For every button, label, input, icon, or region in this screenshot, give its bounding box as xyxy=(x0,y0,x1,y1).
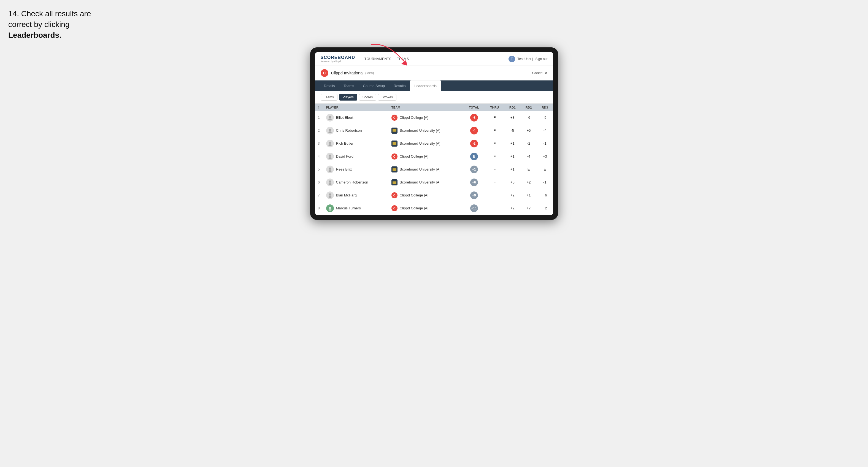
row-player: Rees Britt xyxy=(323,163,389,176)
team-logo-scoreboard xyxy=(392,179,398,185)
player-name: Marcus Turners xyxy=(336,206,361,210)
team-logo-clippd: C xyxy=(392,205,398,211)
player-name: Rees Britt xyxy=(336,167,352,172)
team-name: Scoreboard University [A] xyxy=(400,128,440,132)
svg-point-5 xyxy=(329,142,331,144)
logo-text: SCOREBOARD xyxy=(321,55,355,60)
svg-point-6 xyxy=(328,144,332,146)
row-position: 7 xyxy=(315,189,323,202)
team-name: Clippd College [A] xyxy=(400,116,428,120)
svg-point-8 xyxy=(328,157,332,159)
tab-results[interactable]: Results xyxy=(389,81,410,91)
row-total: -4 xyxy=(463,124,485,137)
table-row: 4David FordCClippd College [A]EF+1-4+3 xyxy=(315,150,553,163)
player-name: Chris Robertson xyxy=(336,128,362,132)
row-total: +9 xyxy=(463,189,485,202)
row-position: 4 xyxy=(315,150,323,163)
player-avatar xyxy=(326,140,334,147)
row-player: Marcus Turners xyxy=(323,202,389,215)
row-total: +11 xyxy=(463,202,485,215)
nav-links: TOURNAMENTS TEAMS xyxy=(365,56,409,62)
player-avatar xyxy=(326,114,334,122)
team-logo-clippd: C xyxy=(392,192,398,198)
player-name: Elliot Ebert xyxy=(336,116,353,120)
svg-point-10 xyxy=(328,170,332,172)
row-rd1: +3 xyxy=(504,111,521,124)
row-rd2: +5 xyxy=(521,124,537,137)
nav-teams[interactable]: TEAMS xyxy=(397,56,409,62)
filter-scores-button[interactable]: Scores xyxy=(359,94,376,100)
row-rd3: -1 xyxy=(537,176,553,189)
row-team: CClippd College [A] xyxy=(389,150,463,163)
row-team: Scoreboard University [A] xyxy=(389,124,463,137)
player-avatar xyxy=(326,165,334,173)
sign-out-link[interactable]: Sign out xyxy=(535,57,547,61)
row-rd3: +2 xyxy=(537,202,553,215)
row-player: Elliot Ebert xyxy=(323,111,389,124)
team-name: Clippd College [A] xyxy=(400,193,428,197)
row-thru: F xyxy=(485,124,504,137)
row-team: Scoreboard University [A] xyxy=(389,163,463,176)
nav-tournaments[interactable]: TOURNAMENTS xyxy=(365,56,392,62)
row-thru: F xyxy=(485,202,504,215)
logo-block: SCOREBOARD Powered by clippd xyxy=(321,55,355,63)
row-rd2: -4 xyxy=(521,150,537,163)
tablet-frame: SCOREBOARD Powered by clippd TOURNAMENTS… xyxy=(310,48,558,220)
player-avatar xyxy=(326,191,334,199)
row-rd3: -5 xyxy=(537,111,553,124)
tournament-title: Clippd Invitational xyxy=(331,70,364,75)
row-player: Blair McHarg xyxy=(323,189,389,202)
player-avatar xyxy=(326,205,334,212)
svg-point-4 xyxy=(328,131,332,133)
row-rd2: -6 xyxy=(521,111,537,124)
row-rd1: +2 xyxy=(504,189,521,202)
player-name: Blair McHarg xyxy=(336,193,357,197)
filter-players-button[interactable]: Players xyxy=(339,94,357,100)
row-team: CClippd College [A] xyxy=(389,111,463,124)
row-thru: F xyxy=(485,189,504,202)
table-row: 5Rees BrittScoreboard University [A]+1F+… xyxy=(315,163,553,176)
tab-course-setup[interactable]: Course Setup xyxy=(359,81,390,91)
row-position: 3 xyxy=(315,137,323,150)
row-thru: F xyxy=(485,163,504,176)
col-pos: # xyxy=(315,103,323,111)
player-name: Rich Butler xyxy=(336,141,354,146)
filter-teams-button[interactable]: Teams xyxy=(321,94,337,100)
row-rd2: E xyxy=(521,163,537,176)
team-logo-scoreboard xyxy=(392,141,398,147)
row-rd3: -1 xyxy=(537,137,553,150)
row-thru: F xyxy=(485,176,504,189)
team-name: Scoreboard University [A] xyxy=(400,167,440,172)
col-total: TOTAL xyxy=(463,103,485,111)
svg-point-16 xyxy=(328,209,332,211)
row-position: 8 xyxy=(315,202,323,215)
row-rd2: +1 xyxy=(521,189,537,202)
svg-point-2 xyxy=(328,119,332,120)
row-team: CClippd College [A] xyxy=(389,202,463,215)
row-rd1: -5 xyxy=(504,124,521,137)
tournament-header: C Clippd Invitational (Men) Cancel ✕ xyxy=(315,66,553,81)
row-rd1: +5 xyxy=(504,176,521,189)
team-name: Clippd College [A] xyxy=(400,154,428,158)
tournament-logo: C xyxy=(321,69,328,77)
instruction-text: 14. Check all results are correct by cli… xyxy=(8,8,113,41)
user-name: Test User | xyxy=(517,57,533,61)
row-rd3: E xyxy=(537,163,553,176)
team-name: Clippd College [A] xyxy=(400,206,428,210)
tab-teams[interactable]: Teams xyxy=(339,81,359,91)
tab-leaderboards[interactable]: Leaderboards xyxy=(410,81,441,91)
instruction-block: 14. Check all results are correct by cli… xyxy=(8,8,119,41)
svg-point-14 xyxy=(328,196,332,198)
row-position: 2 xyxy=(315,124,323,137)
cancel-button[interactable]: Cancel ✕ xyxy=(532,71,547,75)
filter-strokes-button[interactable]: Strokes xyxy=(378,94,396,100)
player-name: Cameron Robertson xyxy=(336,180,368,184)
table-row: 7Blair McHargCClippd College [A]+9F+2+1+… xyxy=(315,189,553,202)
tab-details[interactable]: Details xyxy=(319,81,339,91)
row-rd1: +1 xyxy=(504,163,521,176)
leaderboard-table: # PLAYER TEAM TOTAL THRU RD1 RD2 RD3 1El… xyxy=(315,103,553,215)
row-player: Rich Butler xyxy=(323,137,389,150)
player-name: David Ford xyxy=(336,154,354,158)
col-team: TEAM xyxy=(389,103,463,111)
tablet-screen: SCOREBOARD Powered by clippd TOURNAMENTS… xyxy=(315,52,553,215)
